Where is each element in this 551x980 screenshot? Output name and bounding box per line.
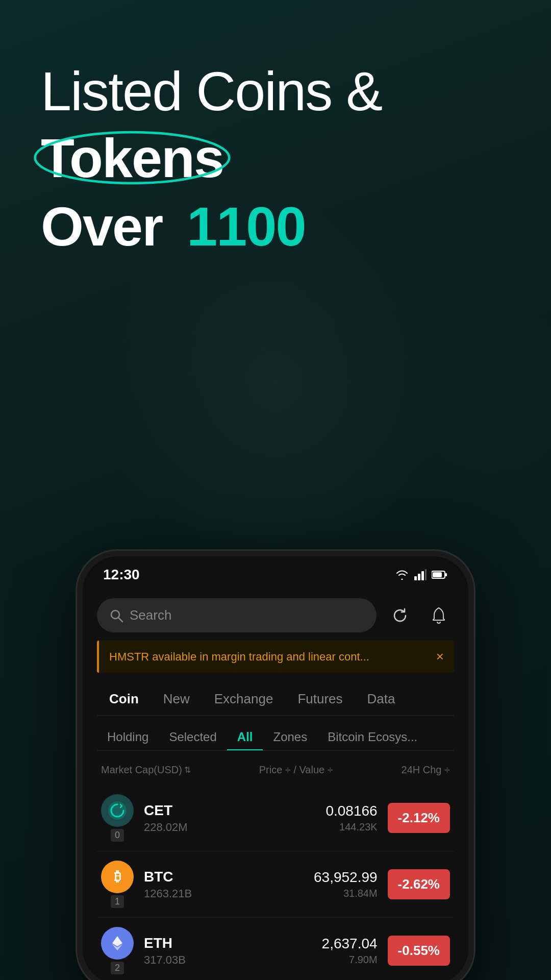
subtab-all[interactable]: All [227,724,263,750]
header-line1: Listed Coins & [41,61,510,122]
tab-exchange[interactable]: Exchange [202,683,286,715]
phone-mockup: 12:30 [77,550,474,980]
svg-rect-2 [418,574,420,580]
svg-rect-7 [445,573,447,576]
coin-info-eth: ETH 317.03B [144,935,322,967]
svg-rect-6 [433,572,442,577]
col-market-cap: Market Cap(USD) ⇅ [101,764,191,776]
status-bar: 12:30 [83,556,468,588]
coin-logo-area-eth: 2 [101,927,134,974]
over-text: Over [41,195,162,257]
coin-row-eth[interactable]: 2 ETH 317.03B 2,637.04 7.90M -0.55% [97,918,454,980]
bell-icon [431,607,446,624]
app-content: Search [83,588,468,980]
btc-logo-icon: ₿ [108,868,127,886]
coin-price-cet: 0.08166 [325,803,377,819]
coin-rank-eth: 2 [111,962,124,974]
tab-data[interactable]: Data [355,683,408,715]
battery-icon [432,570,448,579]
banner-close-button[interactable]: × [436,649,444,665]
coin-rank-cet: 0 [111,829,124,842]
tokens-wrapper: Tokens [41,126,223,190]
column-headers: Market Cap(USD) ⇅ Price ÷ / Value ÷ 24H … [97,759,454,781]
main-tabs: Coin New Exchange Futures Data [97,683,454,716]
coin-symbol-cet: CET [144,802,325,819]
coin-price-area-eth: 2,637.04 7.90M [322,936,378,966]
col-24h-change: 24H Chg ÷ [402,764,450,776]
svg-text:₿: ₿ [114,869,121,884]
change-badge-eth: -0.55% [388,936,450,966]
header-line3: Over 1100 [41,195,510,258]
tab-new[interactable]: New [151,683,202,715]
coin-price-eth: 2,637.04 [322,936,378,952]
sub-tabs: Holding Selected All Zones Bitcoin Ecosy… [97,724,454,751]
status-icons [395,569,448,580]
tab-coin[interactable]: Coin [97,683,151,715]
header-section: Listed Coins & Tokens Over 1100 [0,0,551,289]
coin-symbol-btc: BTC [144,869,314,885]
svg-rect-3 [421,571,424,580]
phone-outer: 12:30 [77,550,474,980]
svg-rect-1 [414,576,417,580]
coin-logo-area-btc: ₿ 1 [101,861,134,908]
coin-value-eth: 7.90M [322,954,378,966]
subtab-selected[interactable]: Selected [159,724,227,750]
notch [219,556,332,575]
coin-price-area-btc: 63,952.99 31.84M [314,869,378,899]
coin-value-cet: 144.23K [325,821,377,833]
subtab-zones[interactable]: Zones [263,724,317,750]
change-badge-btc: -2.62% [388,869,450,899]
coin-price-btc: 63,952.99 [314,869,378,886]
search-icon [109,608,123,623]
coin-symbol-eth: ETH [144,935,322,951]
coin-logo-area-cet: 0 [101,794,134,842]
svg-marker-12 [112,936,122,946]
coin-row-cet[interactable]: 0 CET 228.02M 0.08166 144.23K -2.12% [97,785,454,851]
svg-point-0 [35,132,230,183]
status-time: 12:30 [103,567,140,583]
banner: HMSTR available in margin trading and li… [97,641,454,673]
search-input-placeholder: Search [130,607,171,623]
coin-marketcap-cet: 228.02M [144,821,325,834]
tokens-ellipse-svg [32,116,233,200]
notification-button[interactable] [423,600,454,631]
col-price-value: Price ÷ / Value ÷ [259,764,333,776]
coin-logo-eth [101,927,134,960]
coin-marketcap-eth: 317.03B [144,953,322,967]
coin-value-btc: 31.84M [314,888,378,899]
search-bar-row: Search [97,598,454,632]
cet-logo-icon [107,800,128,821]
refresh-button[interactable] [385,600,415,631]
coin-logo-btc: ₿ [101,861,134,893]
coin-logo-cet [101,794,134,827]
tab-futures[interactable]: Futures [285,683,355,715]
eth-logo-icon [108,934,127,952]
subtab-holding[interactable]: Holding [97,724,159,750]
phone-inner: 12:30 [83,556,468,980]
wifi-icon [395,569,409,580]
coin-price-area-cet: 0.08166 144.23K [325,803,377,833]
subtab-bitcoin-ecosystem[interactable]: Bitcoin Ecosys... [317,724,428,750]
coin-rank-btc: 1 [111,895,124,908]
search-bar[interactable]: Search [97,598,377,632]
svg-rect-4 [425,569,427,580]
refresh-icon [391,607,409,624]
number-1100: 1100 [187,195,305,257]
banner-text: HMSTR available in margin trading and li… [109,650,430,664]
change-badge-cet: -2.12% [388,803,450,833]
coin-info-btc: BTC 1263.21B [144,869,314,900]
coin-row-btc[interactable]: ₿ 1 BTC 1263.21B 63,952.99 31.84M -2.62% [97,851,454,918]
sort-arrow-1: ⇅ [184,765,191,775]
svg-line-9 [118,618,122,622]
coin-info-cet: CET 228.02M [144,802,325,834]
signal-icon [414,569,427,580]
coin-marketcap-btc: 1263.21B [144,887,314,900]
